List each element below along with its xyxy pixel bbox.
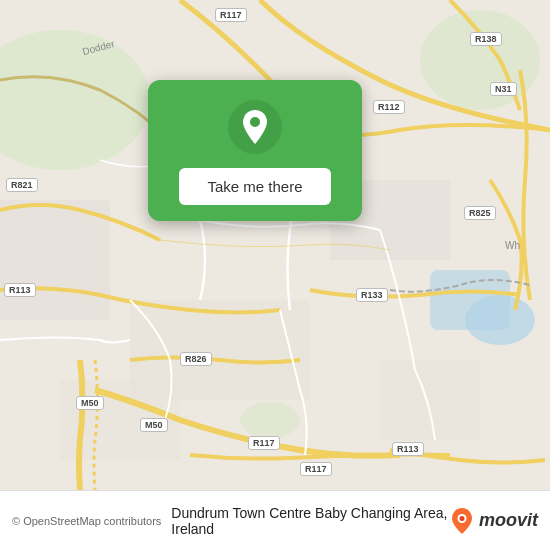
moovit-pin-icon xyxy=(449,507,475,535)
road-label-r117-top: R117 xyxy=(215,8,247,22)
take-me-there-button[interactable]: Take me there xyxy=(179,168,330,205)
svg-rect-10 xyxy=(380,360,480,440)
bottom-bar: © OpenStreetMap contributors Dundrum Tow… xyxy=(0,490,550,550)
road-label-r826: R826 xyxy=(180,352,212,366)
road-label-r113-left: R113 xyxy=(4,283,36,297)
svg-point-12 xyxy=(250,117,260,127)
svg-point-14 xyxy=(459,516,464,521)
location-card: Take me there xyxy=(148,80,362,221)
moovit-logo: moovit xyxy=(449,507,538,535)
svg-point-5 xyxy=(240,402,300,438)
road-label-r825: R825 xyxy=(464,206,496,220)
road-label-r117-bot: R117 xyxy=(248,436,280,450)
road-label-r117-bot2: R117 xyxy=(300,462,332,476)
road-label-m50-main: M50 xyxy=(140,418,168,432)
road-label-r821: R821 xyxy=(6,178,38,192)
road-label-r113-bot: R113 xyxy=(392,442,424,456)
moovit-label: moovit xyxy=(479,510,538,531)
map-label-wh: Wh xyxy=(505,240,520,251)
map-attribution: © OpenStreetMap contributors xyxy=(12,515,161,527)
road-label-r133: R133 xyxy=(356,288,388,302)
road-label-n31: N31 xyxy=(490,82,517,96)
road-label-r112: R112 xyxy=(373,100,405,114)
road-label-m50-left: M50 xyxy=(76,396,104,410)
svg-point-4 xyxy=(465,295,535,345)
road-label-r138: R138 xyxy=(470,32,502,46)
svg-rect-6 xyxy=(0,200,110,320)
map-container: R117 R138 N31 R821 R112 R825 R113 R133 R… xyxy=(0,0,550,490)
location-label: Dundrum Town Centre Baby Changing Area, … xyxy=(171,505,449,537)
location-pin-icon xyxy=(228,100,282,154)
map-svg xyxy=(0,0,550,490)
